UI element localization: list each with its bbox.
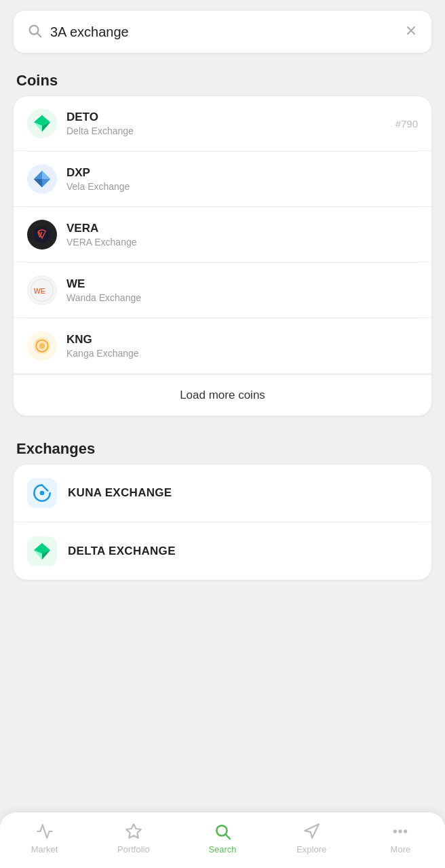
search-nav-icon <box>214 822 231 841</box>
load-more-coins-button[interactable]: Load more coins <box>14 374 431 416</box>
coin-logo-deto <box>27 108 57 138</box>
svg-marker-8 <box>42 171 50 179</box>
svg-text:WE: WE <box>34 287 45 295</box>
coin-logo-dxp <box>27 164 57 194</box>
exchange-name-kuna: KUNA EXCHANGE <box>68 486 172 500</box>
svg-marker-9 <box>34 179 42 187</box>
coin-logo-kng <box>27 331 57 361</box>
exchange-logo-delta <box>27 536 57 566</box>
nav-label-market: Market <box>31 844 58 854</box>
more-icon <box>391 822 409 841</box>
coin-name-vera: VERA Exchange <box>66 237 418 248</box>
coin-rank-deto: #790 <box>395 118 418 130</box>
exchange-name-delta: DELTA EXCHANGE <box>68 545 176 558</box>
nav-item-more[interactable]: More <box>356 822 445 854</box>
search-bar: 3A exchange <box>14 11 431 53</box>
nav-label-search: Search <box>208 844 236 854</box>
coin-logo-vera: V <box>27 220 57 250</box>
svg-point-26 <box>400 831 402 833</box>
portfolio-icon <box>125 822 142 841</box>
coin-info-vera: VERA VERA Exchange <box>66 222 418 248</box>
search-icon <box>27 23 42 41</box>
nav-item-portfolio[interactable]: Portfolio <box>89 822 178 854</box>
coin-info-dxp: DXP Vela Exchange <box>66 166 418 192</box>
coin-item-kng[interactable]: KNG Kanga Exchange <box>14 319 431 374</box>
clear-search-icon[interactable] <box>404 24 418 41</box>
coin-item-deto[interactable]: DETO Delta Exchange #790 <box>14 96 431 151</box>
svg-marker-24 <box>305 824 319 838</box>
svg-marker-21 <box>126 824 141 838</box>
coins-card: DETO Delta Exchange #790 DXP Vela Exchan… <box>14 96 431 416</box>
coin-item-we[interactable]: WE WE Wanda Exchange <box>14 263 431 318</box>
coin-info-we: WE Wanda Exchange <box>66 277 418 303</box>
coin-ticker-dxp: DXP <box>66 166 418 180</box>
svg-point-25 <box>395 831 397 833</box>
explore-icon <box>303 822 320 841</box>
coin-name-dxp: Vela Exchange <box>66 181 418 192</box>
coin-ticker-we: WE <box>66 277 418 291</box>
coin-name-we: Wanda Exchange <box>66 292 418 303</box>
svg-point-16 <box>39 343 45 349</box>
coin-ticker-vera: VERA <box>66 222 418 235</box>
coin-ticker-deto: DETO <box>66 111 395 124</box>
svg-point-17 <box>40 491 45 496</box>
exchange-item-delta[interactable]: DELTA EXCHANGE <box>14 523 431 580</box>
main-content: 3A exchange Coins DETO Delta E <box>0 0 445 661</box>
coin-info-kng: KNG Kanga Exchange <box>66 333 418 359</box>
coin-item-dxp[interactable]: DXP Vela Exchange <box>14 152 431 207</box>
svg-line-23 <box>226 835 230 839</box>
svg-line-1 <box>37 33 41 37</box>
coin-info-deto: DETO Delta Exchange <box>66 111 395 136</box>
bottom-navigation: Market Portfolio Search Explore <box>0 812 445 868</box>
search-query[interactable]: 3A exchange <box>50 24 396 40</box>
coin-logo-we: WE <box>27 275 57 305</box>
coin-ticker-kng: KNG <box>66 333 418 347</box>
nav-item-explore[interactable]: Explore <box>267 822 356 854</box>
coins-section-title: Coins <box>0 61 445 96</box>
nav-item-market[interactable]: Market <box>0 822 89 854</box>
nav-item-search[interactable]: Search <box>178 822 267 854</box>
nav-label-portfolio: Portfolio <box>117 844 150 854</box>
nav-label-explore: Explore <box>296 844 326 854</box>
coin-name-kng: Kanga Exchange <box>66 348 418 359</box>
nav-label-more: More <box>391 844 411 854</box>
market-icon <box>36 822 54 841</box>
exchange-item-kuna[interactable]: KUNA EXCHANGE <box>14 465 431 522</box>
exchanges-section-title: Exchanges <box>0 429 445 465</box>
svg-point-27 <box>405 831 407 833</box>
coin-name-deto: Delta Exchange <box>66 125 395 136</box>
coin-item-vera[interactable]: V VERA VERA Exchange <box>14 208 431 262</box>
exchange-logo-kuna <box>27 478 57 508</box>
search-bar-wrapper: 3A exchange <box>0 0 445 61</box>
exchanges-card: KUNA EXCHANGE DELTA EXCHANGE <box>14 465 431 580</box>
